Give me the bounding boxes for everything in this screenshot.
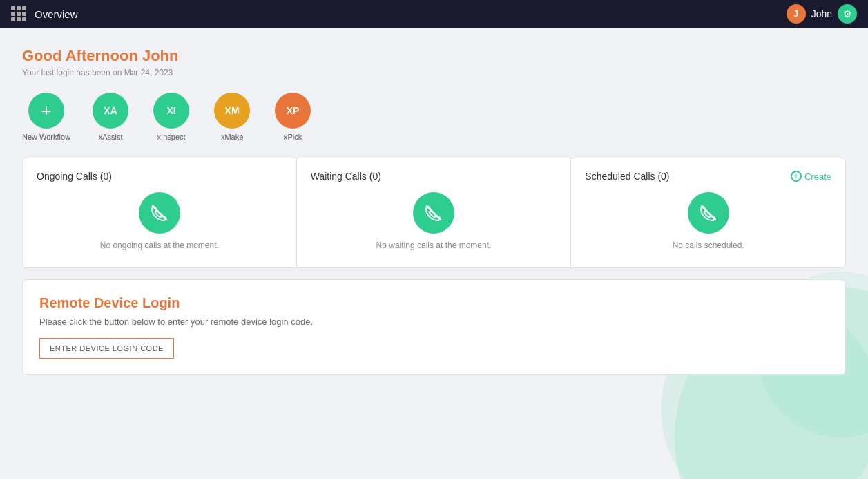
no-scheduled-text: No calls scheduled. [673,241,744,250]
phone-off-svg-2 [423,203,444,223]
card-title-scheduled: Scheduled Calls (0) [585,171,669,182]
workflow-label-xmake: xMake [221,133,243,141]
card-header-scheduled: Scheduled Calls (0) + Create [585,171,831,182]
enter-device-login-button[interactable]: ENTER DEVICE LOGIN CODE [39,338,174,359]
no-waiting-text: No waiting calls at the moment. [376,241,492,250]
topnav: Overview J John ⚙ [0,0,868,28]
card-ongoing-calls: Ongoing Calls (0) No ongoing calls at th… [22,158,297,268]
card-header-waiting: Waiting Calls (0) [311,171,557,182]
user-name: John [811,8,832,19]
workflow-item-xpick[interactable]: XP xPick [272,93,314,141]
create-scheduled-button[interactable]: + Create [791,171,831,182]
page-title: Overview [35,8,78,20]
workflow-icon-xassist[interactable]: XA [93,93,128,129]
topnav-right: J John ⚙ [787,4,857,24]
workflow-icon-xpick[interactable]: XP [275,93,311,129]
card-body-waiting: No waiting calls at the moment. [311,187,557,255]
workflow-label-xassist: xAssist [99,133,123,141]
workflow-label-xinspect: xInspect [157,133,186,141]
card-header-ongoing: Ongoing Calls (0) [37,171,282,182]
phone-off-svg [149,203,170,223]
create-plus-icon: + [791,171,802,182]
content-wrapper: Good Afternoon John Your last login has … [0,28,868,479]
topnav-left: Overview [11,6,78,21]
card-body-scheduled: No calls scheduled. [585,187,831,255]
card-scheduled-calls: Scheduled Calls (0) + Create No calls sc… [571,158,846,268]
workflow-section: + New Workflow XA xAssist XI xInspect XM… [22,93,846,141]
workflow-item-xinspect[interactable]: XI xInspect [151,93,192,141]
workflow-icon-xinspect[interactable]: XI [153,93,189,129]
remote-device-card: Remote Device Login Please click the but… [22,279,846,375]
create-label: Create [804,171,831,182]
last-login: Your last login has been on Mar 24, 2023 [22,68,846,77]
workflow-item-xassist[interactable]: XA xAssist [90,93,131,141]
no-ongoing-icon [139,192,180,234]
card-waiting-calls: Waiting Calls (0) No waiting calls at th… [297,158,572,268]
no-ongoing-text: No ongoing calls at the moment. [100,241,219,250]
new-workflow-icon[interactable]: + [28,93,64,129]
main-content: Good Afternoon John Your last login has … [0,28,868,388]
no-scheduled-icon [688,192,729,234]
settings-icon[interactable]: ⚙ [838,4,857,24]
no-waiting-icon [413,192,454,234]
greeting: Good Afternoon John [22,47,846,65]
workflow-label-xpick: xPick [284,133,302,141]
workflow-icon-xmake[interactable]: XM [214,93,250,129]
workflow-item-xmake[interactable]: XM xMake [211,93,253,141]
remote-desc: Please click the button below to enter y… [39,317,829,327]
card-title-waiting: Waiting Calls (0) [311,171,381,182]
grid-icon[interactable] [11,6,26,21]
card-body-ongoing: No ongoing calls at the moment. [37,187,282,255]
card-title-ongoing: Ongoing Calls (0) [37,171,112,182]
remote-title: Remote Device Login [39,295,829,311]
cards-row: Ongoing Calls (0) No ongoing calls at th… [22,158,846,268]
workflow-item-new[interactable]: + New Workflow [22,93,70,141]
phone-off-svg-3 [698,203,719,223]
user-avatar: J [787,4,806,24]
workflow-label-new: New Workflow [22,133,70,141]
